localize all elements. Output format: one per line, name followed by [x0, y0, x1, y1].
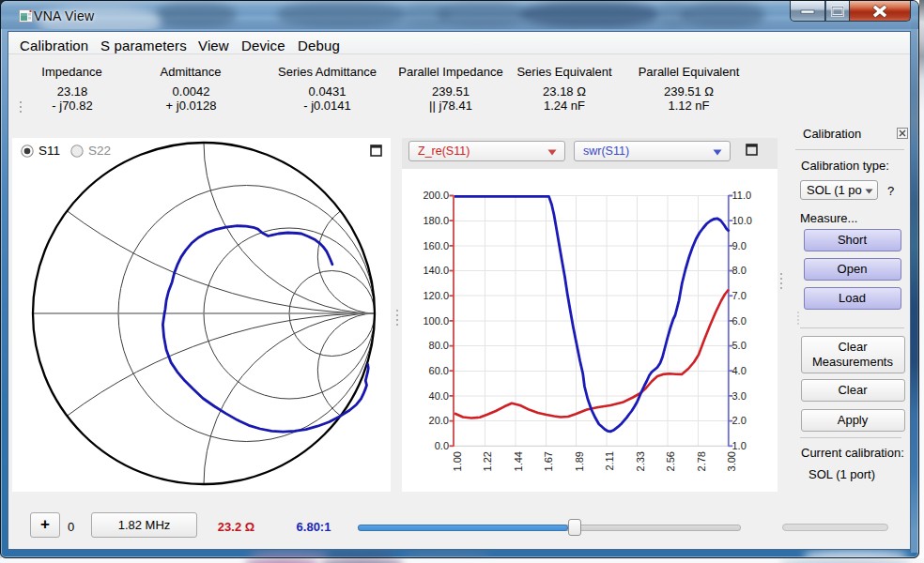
svg-text:2.11: 2.11 — [604, 451, 615, 471]
svg-text:2.56: 2.56 — [665, 451, 676, 471]
svg-text:20.0: 20.0 — [429, 415, 449, 426]
svg-text:1.44: 1.44 — [513, 451, 524, 471]
svg-text:2.0: 2.0 — [732, 415, 747, 426]
svg-text:2.33: 2.33 — [635, 451, 646, 471]
svg-text:2.78: 2.78 — [696, 451, 707, 471]
svg-text:160.0: 160.0 — [423, 240, 449, 251]
svg-text:100.0: 100.0 — [423, 315, 449, 327]
svg-text:1.89: 1.89 — [574, 451, 585, 471]
svg-text:80.0: 80.0 — [429, 340, 449, 351]
svg-text:180.0: 180.0 — [423, 215, 449, 226]
svg-text:4.0: 4.0 — [732, 365, 747, 376]
svg-text:1.0: 1.0 — [732, 440, 747, 451]
svg-text:140.0: 140.0 — [423, 265, 449, 276]
svg-text:1.22: 1.22 — [482, 451, 493, 471]
svg-text:5.0: 5.0 — [732, 340, 747, 351]
svg-text:10.0: 10.0 — [732, 215, 752, 226]
svg-text:0.0: 0.0 — [435, 440, 449, 451]
svg-text:11.0: 11.0 — [732, 190, 752, 201]
svg-text:1.67: 1.67 — [543, 451, 554, 471]
svg-text:3.00: 3.00 — [726, 451, 737, 471]
svg-text:1.00: 1.00 — [452, 451, 463, 471]
svg-text:40.0: 40.0 — [429, 390, 449, 402]
svg-text:7.0: 7.0 — [732, 290, 747, 301]
svg-text:60.0: 60.0 — [429, 365, 449, 376]
svg-text:6.0: 6.0 — [732, 315, 747, 327]
svg-text:3.0: 3.0 — [732, 390, 747, 402]
svg-text:200.0: 200.0 — [423, 190, 449, 201]
svg-text:9.0: 9.0 — [732, 240, 747, 251]
svg-text:120.0: 120.0 — [423, 290, 449, 301]
svg-text:8.0: 8.0 — [732, 265, 747, 276]
